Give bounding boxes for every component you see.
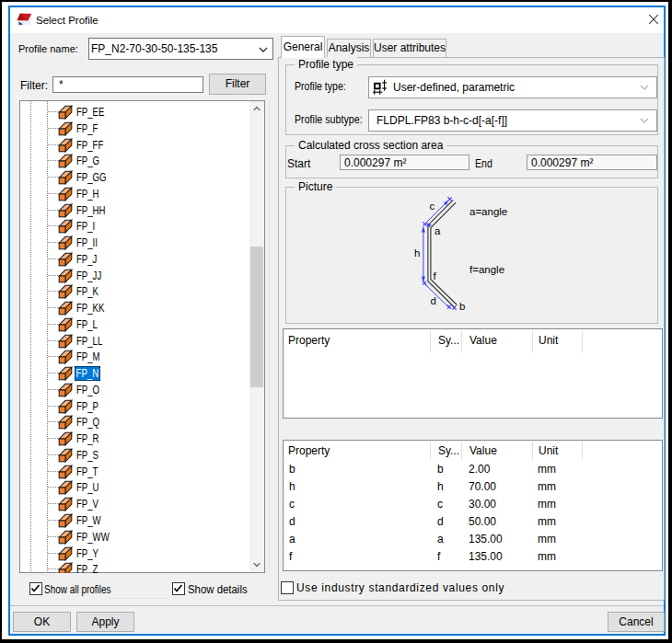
svg-text:b: b <box>459 301 465 312</box>
svg-text:h: h <box>414 247 420 258</box>
svg-text:d: d <box>431 295 436 306</box>
svg-text:a: a <box>434 225 441 236</box>
svg-text:f: f <box>434 270 437 281</box>
svg-text:f=angle: f=angle <box>469 264 504 275</box>
svg-text:c: c <box>430 201 435 212</box>
svg-text:a=angle: a=angle <box>469 206 507 217</box>
